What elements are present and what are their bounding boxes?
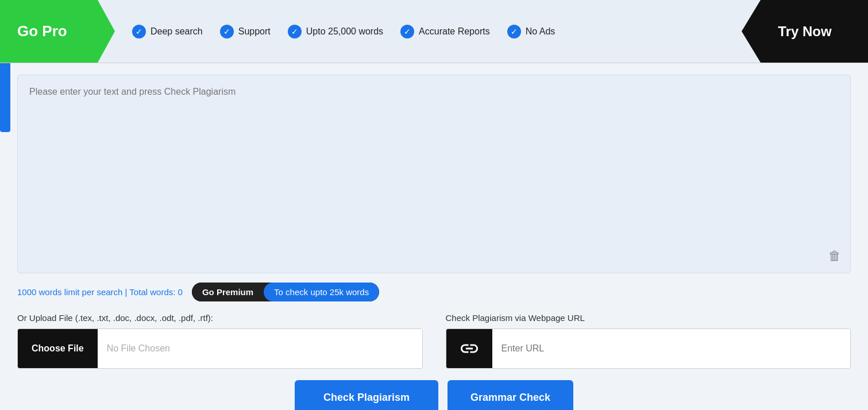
upload-url-row: Or Upload File (.tex, .txt, .doc, .docx,… bbox=[17, 313, 851, 369]
check-plagiarism-button[interactable]: Check Plagiarism bbox=[295, 380, 438, 410]
go-premium-pill[interactable]: Go Premium To check upto 25k words bbox=[192, 283, 379, 301]
word-count-text: 1000 words limit per search | Total word… bbox=[17, 287, 183, 297]
feature-label-no-ads: No Ads bbox=[526, 26, 555, 37]
feature-item-support: ✓Support bbox=[220, 25, 271, 38]
go-premium-sub: To check upto 25k words bbox=[264, 283, 379, 301]
choose-file-label: Choose File bbox=[32, 343, 84, 354]
text-input[interactable] bbox=[29, 87, 839, 259]
word-count-row: 1000 words limit per search | Total word… bbox=[17, 283, 851, 301]
action-buttons-row: Check Plagiarism Grammar Check bbox=[17, 380, 851, 410]
check-icon-deep-search: ✓ bbox=[132, 25, 146, 38]
go-pro-label: Go Pro bbox=[17, 22, 67, 40]
feature-label-reports: Accurate Reports bbox=[419, 26, 490, 37]
url-input-row bbox=[446, 328, 851, 369]
upload-section: Or Upload File (.tex, .txt, .doc, .docx,… bbox=[17, 313, 423, 369]
no-file-label: No File Chosen bbox=[107, 343, 170, 354]
grammar-check-label: Grammar Check bbox=[470, 392, 550, 403]
check-icon-words: ✓ bbox=[288, 25, 302, 38]
go-premium-label: Go Premium bbox=[192, 283, 264, 301]
url-icon-box bbox=[446, 329, 492, 368]
left-bar-decoration bbox=[0, 63, 10, 132]
check-icon-support: ✓ bbox=[220, 25, 234, 38]
upload-label: Or Upload File (.tex, .txt, .doc, .docx,… bbox=[17, 313, 423, 323]
url-section: Check Plagiarism via Webpage URL bbox=[446, 313, 851, 369]
banner-features: ✓Deep search✓Support✓Upto 25,000 words✓A… bbox=[115, 0, 742, 63]
go-pro-button[interactable]: Go Pro bbox=[0, 0, 115, 63]
url-input[interactable] bbox=[492, 329, 851, 368]
feature-item-deep-search: ✓Deep search bbox=[132, 25, 203, 38]
file-name-display: No File Chosen bbox=[98, 329, 422, 368]
feature-label-deep-search: Deep search bbox=[151, 26, 203, 37]
trash-icon[interactable]: 🗑 bbox=[828, 249, 841, 264]
check-icon-reports: ✓ bbox=[400, 25, 414, 38]
feature-item-no-ads: ✓No Ads bbox=[507, 25, 555, 38]
link-icon bbox=[459, 338, 480, 359]
feature-label-support: Support bbox=[238, 26, 271, 37]
check-icon-no-ads: ✓ bbox=[507, 25, 521, 38]
feature-item-words: ✓Upto 25,000 words bbox=[288, 25, 383, 38]
url-label: Check Plagiarism via Webpage URL bbox=[446, 313, 851, 323]
grammar-check-button[interactable]: Grammar Check bbox=[447, 380, 573, 410]
choose-file-button[interactable]: Choose File bbox=[18, 329, 98, 368]
check-plagiarism-label: Check Plagiarism bbox=[323, 392, 410, 403]
top-banner: Go Pro ✓Deep search✓Support✓Upto 25,000 … bbox=[0, 0, 868, 63]
feature-label-words: Upto 25,000 words bbox=[306, 26, 383, 37]
try-now-button[interactable]: Try Now bbox=[742, 0, 868, 63]
main-content: 🗑 1000 words limit per search | Total wo… bbox=[0, 63, 868, 410]
text-area-wrapper: 🗑 bbox=[17, 75, 851, 273]
feature-item-reports: ✓Accurate Reports bbox=[400, 25, 490, 38]
try-now-label: Try Now bbox=[778, 24, 831, 40]
file-input-row: Choose File No File Chosen bbox=[17, 328, 423, 369]
